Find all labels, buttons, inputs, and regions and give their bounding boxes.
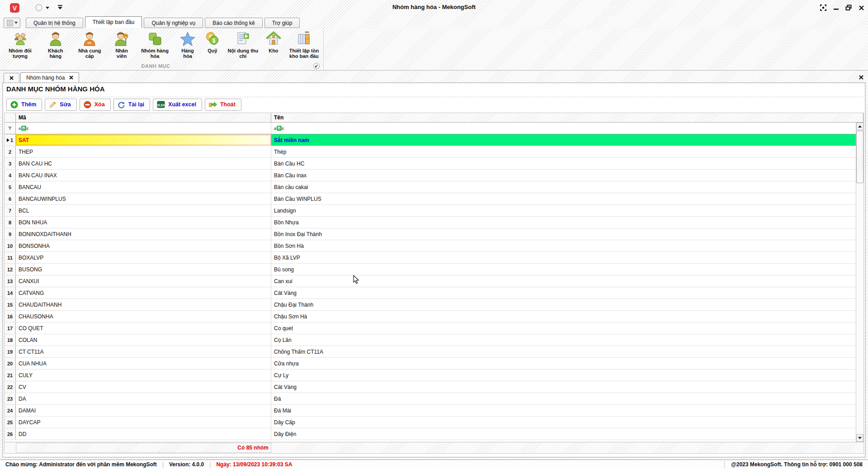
table-row[interactable]: 7BCLLandsign: [5, 205, 863, 217]
cell-ma[interactable]: BOXALVP: [16, 252, 271, 263]
cell-ma[interactable]: BAN CAU INAX: [16, 170, 271, 181]
cell-ten[interactable]: Bàn Cầu WINPLUS: [271, 193, 856, 204]
ribbon-item[interactable]: Nhóm hàng hóa: [136, 29, 174, 59]
toolbar-button-add[interactable]: Thêm: [6, 99, 42, 111]
cell-ten[interactable]: Cửa nhựa: [271, 358, 856, 369]
cell-ten[interactable]: Chống Thấm CT11A: [271, 346, 856, 357]
cell-ten[interactable]: Thép: [271, 146, 856, 157]
cell-ten[interactable]: Bàn Cầu inax: [271, 170, 856, 181]
table-row[interactable]: 17CO QUETCo quet: [5, 322, 863, 334]
cell-ma[interactable]: CHAUDAITHANH: [16, 299, 271, 310]
table-row[interactable]: 20CUA NHUACửa nhựa: [5, 358, 863, 370]
cell-ma[interactable]: CT CT11A: [16, 346, 271, 357]
cell-ten[interactable]: Bồn Inox Đại Thành: [271, 228, 856, 240]
cell-ten[interactable]: Cự Ly: [271, 370, 856, 381]
cell-ma[interactable]: SAT: [16, 134, 271, 146]
ribbon-item[interactable]: €$Quỹ: [201, 29, 224, 53]
table-row[interactable]: 3BAN CAU HCBàn Cầu HC: [5, 158, 863, 170]
cell-ten[interactable]: Dây Điện: [271, 428, 856, 440]
table-row[interactable]: 16CHAUSONHAChậu Sơn Hà: [5, 311, 863, 322]
doc-tab-close-icon[interactable]: [69, 76, 73, 80]
menu-tab[interactable]: Trợ giúp: [264, 18, 300, 28]
close-button[interactable]: [857, 4, 865, 12]
cell-ma[interactable]: DA: [16, 393, 271, 404]
toolbar-button-excel[interactable]: XLSXXuất excel: [153, 99, 202, 111]
cell-ma[interactable]: CULY: [16, 370, 271, 381]
table-row[interactable]: 9BONINOXDAITHANHBồn Inox Đại Thành: [5, 228, 863, 240]
vertical-scrollbar[interactable]: [856, 123, 863, 442]
cell-ma[interactable]: DD: [16, 428, 271, 440]
ribbon-item[interactable]: DXNhà cung cấp: [71, 29, 108, 59]
cell-ten[interactable]: Cát Vàng: [271, 381, 856, 393]
cell-ma[interactable]: COLAN: [16, 334, 271, 346]
cell-ma[interactable]: CUA NHUA: [16, 358, 271, 369]
toolbar-button-exit[interactable]: Thoát: [205, 99, 241, 111]
table-row[interactable]: 1SATSắt miền nam: [5, 134, 863, 146]
cell-ma[interactable]: BONSONHA: [16, 240, 271, 251]
cell-ma[interactable]: CV: [16, 381, 271, 393]
menu-tab[interactable]: Quản trị hệ thống: [26, 18, 83, 28]
cell-ten[interactable]: Bộ Xã LVP: [271, 252, 856, 263]
table-row[interactable]: 6BANCAUWINPLUSBàn Cầu WINPLUS: [5, 193, 863, 205]
cell-ten[interactable]: Đá: [271, 393, 856, 404]
ribbon-item[interactable]: Nhóm đối tượng: [1, 29, 39, 59]
table-row[interactable]: 24DAMAIĐá Mài: [5, 405, 863, 417]
ribbon-item[interactable]: Khách hàng: [39, 29, 71, 59]
cell-ten[interactable]: Bàn cầu cakai: [271, 181, 856, 193]
fullscreen-button[interactable]: [819, 4, 827, 12]
scrollbar-thumb[interactable]: [856, 131, 863, 183]
cell-ma[interactable]: BANCAUWINPLUS: [16, 193, 271, 204]
table-row[interactable]: 22CVCát Vàng: [5, 381, 863, 393]
cell-ten[interactable]: Dây Cấp: [271, 417, 856, 428]
cell-ma[interactable]: BAN CAU HC: [16, 158, 271, 169]
cell-ten[interactable]: Landsign: [271, 205, 856, 216]
ribbon-dialog-launcher-icon[interactable]: [313, 63, 320, 69]
cell-ma[interactable]: BUSONG: [16, 264, 271, 275]
cell-ten[interactable]: Cát Vàng: [271, 287, 856, 298]
toolbar-button-edit[interactable]: Sửa: [45, 99, 76, 111]
cell-ten[interactable]: Bù song: [271, 264, 856, 275]
ribbon-item[interactable]: Hàng hóa: [174, 29, 201, 59]
doc-tab-nhom-hang-hoa[interactable]: Nhóm hàng hóa: [20, 72, 79, 82]
ribbon-item[interactable]: Nội dung thu chi: [224, 29, 262, 59]
cell-ma[interactable]: CO QUET: [16, 322, 271, 334]
table-row[interactable]: 12BUSONGBù song: [5, 264, 863, 275]
document-area-close-icon[interactable]: [859, 73, 863, 81]
cell-ten[interactable]: Chậu Đại Thành: [271, 299, 856, 310]
menu-tab[interactable]: Quản lý nghiệp vụ: [144, 18, 203, 28]
table-row[interactable]: 4BAN CAU INAXBàn Cầu inax: [5, 170, 863, 181]
cell-ten[interactable]: Can xui: [271, 275, 856, 287]
table-row[interactable]: 5BANCAUBàn cầu cakai: [5, 181, 863, 193]
cell-ma[interactable]: CHAUSONHA: [16, 311, 271, 322]
cell-ma[interactable]: BONINOXDAITHANH: [16, 228, 271, 240]
menu-tab[interactable]: Thiết lập ban đầu: [85, 16, 142, 28]
column-header-ten[interactable]: Tên: [271, 113, 863, 122]
cell-ma[interactable]: CATVANG: [16, 287, 271, 298]
filter-cell-ten[interactable]: aBc: [271, 123, 856, 134]
minimize-button[interactable]: [832, 4, 840, 12]
cell-ten[interactable]: Sắt miền nam: [271, 134, 856, 146]
table-row[interactable]: 26DDDây Điện: [5, 428, 863, 440]
cell-ten[interactable]: Bàn Cầu HC: [271, 158, 856, 169]
close-all-tabs-button[interactable]: [4, 73, 19, 82]
toolbar-button-refresh[interactable]: Tải lại: [113, 99, 150, 111]
cell-ten[interactable]: Co quet: [271, 322, 856, 334]
cell-ma[interactable]: THEP: [16, 146, 271, 157]
cell-ten[interactable]: Bồn Nhựa: [271, 217, 856, 228]
cell-ten[interactable]: Đá Mài: [271, 405, 856, 416]
table-row[interactable]: 10BONSONHABồn Sơn Hà: [5, 240, 863, 252]
cell-ma[interactable]: DAYCAP: [16, 417, 271, 428]
cell-ma[interactable]: CANXUI: [16, 275, 271, 287]
ribbon-item[interactable]: Nhân viên: [108, 29, 136, 59]
scroll-down-icon[interactable]: [856, 434, 863, 442]
menu-tab[interactable]: Báo cáo thống kê: [205, 18, 262, 28]
table-row[interactable]: 14CATVANGCát Vàng: [5, 287, 863, 299]
column-header-ma[interactable]: Mã: [16, 113, 271, 122]
scroll-up-icon[interactable]: [856, 123, 863, 130]
toolbar-button-delete[interactable]: Xóa: [80, 99, 111, 111]
ribbon-item[interactable]: Kho: [262, 29, 285, 53]
cell-ten[interactable]: Chậu Sơn Hà: [271, 311, 856, 322]
table-row[interactable]: 11BOXALVPBộ Xã LVP: [5, 252, 863, 264]
restore-button[interactable]: [844, 4, 853, 12]
table-row[interactable]: 21CULYCự Ly: [5, 370, 863, 381]
